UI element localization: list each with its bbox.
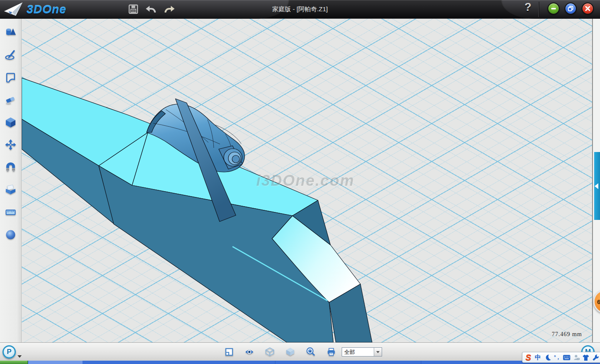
dropdown-caret-icon[interactable] [18, 355, 22, 358]
feature-cube-button[interactable] [4, 115, 18, 129]
sketch-draw-button[interactable] [4, 48, 18, 61]
brand-text: 3DOne [27, 3, 66, 16]
app-logo: 3DOne [3, 2, 66, 17]
panel-flyout-tab[interactable] [594, 152, 600, 220]
taskbar-quicklaunch-segment[interactable] [28, 361, 82, 364]
moon-mode-button[interactable] [544, 353, 551, 362]
move-icon [5, 139, 16, 150]
restore-icon [568, 5, 574, 12]
restore-button[interactable] [565, 2, 577, 15]
magnet-icon [5, 162, 16, 173]
windows-taskbar-strip[interactable] [0, 361, 600, 364]
tool-sidebar [0, 19, 22, 342]
sketch-surface-icon [5, 72, 16, 83]
eraser-button[interactable] [4, 93, 18, 106]
primitive-solids-button[interactable] [4, 25, 18, 39]
minimize-button[interactable] [548, 2, 560, 15]
sogou-logo[interactable]: S [525, 353, 532, 362]
watermark: i3DOne.com [256, 172, 355, 189]
material-sphere-button[interactable] [4, 228, 18, 241]
primitive-solids-icon [5, 27, 16, 38]
help-button[interactable]: ? [522, 1, 534, 17]
feature-cube-icon [5, 117, 16, 128]
measurement-readout: 77.469 mm [552, 331, 582, 338]
redo-button[interactable] [163, 3, 175, 15]
user-icon [573, 354, 580, 361]
titlebar-separator [538, 2, 539, 17]
wireframe-mode-button[interactable] [265, 347, 275, 357]
eraser-icon [5, 94, 16, 105]
shaded-mode-button[interactable] [285, 347, 295, 357]
sketch-surface-button[interactable] [4, 70, 18, 84]
move-button[interactable] [4, 138, 18, 151]
filter-value: 全部 [342, 348, 374, 356]
save-button[interactable] [127, 3, 140, 15]
left-arrow-icon [595, 183, 598, 189]
taskbar-divider [421, 361, 421, 364]
chinese-mode-button[interactable]: 中 [534, 353, 542, 362]
material-sphere-icon [5, 229, 16, 240]
dropdown-arrow-button[interactable] [374, 348, 382, 356]
user-dict-button[interactable] [572, 353, 580, 362]
keyboard-icon [563, 354, 570, 361]
measure-button[interactable] [4, 205, 18, 219]
wrench-icon [592, 354, 599, 361]
undo-button[interactable] [145, 3, 158, 15]
display-filter-dropdown[interactable]: 全部 [342, 347, 382, 357]
paper-plane-icon [3, 2, 23, 17]
soft-keyboard-button[interactable] [563, 353, 570, 362]
visibility-eye-icon [245, 347, 254, 357]
ime-toolbar: S 中 °， [522, 352, 600, 363]
view-toolbar [224, 347, 336, 357]
shaded-cube-icon [285, 347, 295, 357]
print-icon [327, 347, 336, 357]
wireframe-cube-icon [265, 347, 275, 357]
skin-button[interactable] [582, 353, 590, 362]
statusbar: P [0, 342, 600, 361]
visibility-button[interactable] [245, 347, 254, 357]
undo-icon [145, 4, 157, 15]
chevron-down-icon [376, 351, 380, 353]
assembly-box-button[interactable] [4, 183, 18, 196]
zoom-view-button[interactable] [306, 347, 315, 357]
zoom-view-icon [306, 347, 315, 357]
moon-icon [544, 354, 551, 361]
save-icon [128, 4, 139, 15]
3d-viewport-canvas[interactable]: i3DOne.com 77.469 mm [22, 19, 592, 342]
punctuation-button[interactable]: °， [553, 353, 561, 362]
model-faces [22, 78, 372, 342]
taskbar-divider [275, 361, 275, 364]
redo-icon [163, 4, 175, 15]
window-controls [548, 2, 594, 15]
close-button[interactable] [582, 2, 594, 15]
3done-window: 3DOne [0, 0, 600, 364]
sketch-draw-icon [5, 49, 16, 60]
titlebar: 3DOne [0, 0, 600, 19]
window-title: 家庭版 - [阿帕奇.Z1] [238, 0, 362, 19]
print-button[interactable] [326, 347, 336, 357]
view-plane-icon [225, 347, 234, 357]
assembly-box-icon [5, 184, 16, 195]
profile-badge-button[interactable]: P [2, 345, 16, 359]
tshirt-skin-icon [582, 354, 590, 361]
minimize-icon [550, 5, 557, 12]
measure-icon [5, 207, 16, 218]
ime-settings-button[interactable] [592, 353, 599, 362]
view-plane-button[interactable] [224, 347, 234, 357]
quick-toolbar [127, 3, 175, 15]
magnet-button[interactable] [4, 160, 18, 174]
close-icon [585, 5, 591, 12]
taskbar-start-segment[interactable] [0, 361, 28, 364]
